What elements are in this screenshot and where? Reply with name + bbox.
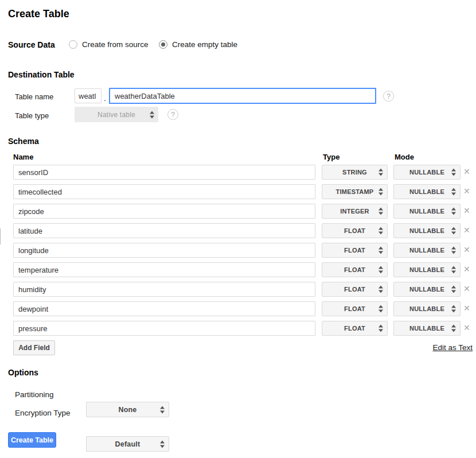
partitioning-select[interactable]: None bbox=[86, 402, 169, 417]
field-type-select[interactable]: INTEGER bbox=[322, 204, 388, 219]
remove-field-icon[interactable]: ✕ bbox=[463, 304, 470, 313]
edit-as-text-link[interactable]: Edit as Text bbox=[432, 343, 473, 352]
spinner-icon bbox=[379, 325, 383, 332]
spinner-icon bbox=[451, 227, 456, 235]
schema-field-row: FLOAT NULLABLE ✕ bbox=[0, 223, 476, 238]
encryption-type-value: Default bbox=[115, 440, 141, 448]
remove-field-icon[interactable]: ✕ bbox=[463, 284, 470, 293]
radio-icon[interactable] bbox=[69, 40, 77, 49]
table-type-help-icon[interactable]: ? bbox=[167, 109, 178, 120]
table-type-value: Native table bbox=[97, 111, 135, 119]
radio-label: Create from source bbox=[82, 40, 149, 49]
spinner-icon bbox=[451, 208, 456, 215]
field-type-value: STRING bbox=[342, 169, 367, 176]
table-name-label: Table name bbox=[15, 92, 53, 101]
field-type-select[interactable]: FLOAT bbox=[322, 243, 388, 258]
remove-field-icon[interactable]: ✕ bbox=[463, 167, 470, 176]
field-mode-select[interactable]: NULLABLE bbox=[393, 321, 461, 336]
spinner-icon bbox=[379, 247, 383, 254]
encryption-type-select[interactable]: Default bbox=[86, 436, 169, 452]
schema-field-row: FLOAT NULLABLE ✕ bbox=[0, 243, 476, 258]
field-name-input[interactable] bbox=[13, 204, 315, 219]
spinner-icon bbox=[160, 406, 165, 413]
options-heading: Options bbox=[8, 368, 38, 377]
field-type-select[interactable]: FLOAT bbox=[322, 282, 388, 297]
schema-field-row: STRING NULLABLE ✕ bbox=[0, 165, 476, 180]
field-name-input[interactable] bbox=[13, 243, 315, 258]
field-mode-select[interactable]: NULLABLE bbox=[393, 204, 461, 219]
table-name-separator: . bbox=[104, 94, 106, 103]
field-name-input[interactable] bbox=[13, 184, 315, 199]
dataset-name-input[interactable] bbox=[75, 88, 102, 103]
add-field-button[interactable]: Add Field bbox=[13, 340, 55, 355]
field-name-input[interactable] bbox=[13, 301, 315, 316]
field-type-select[interactable]: FLOAT bbox=[322, 301, 388, 316]
field-mode-value: NULLABLE bbox=[409, 266, 444, 273]
field-mode-select[interactable]: NULLABLE bbox=[393, 184, 461, 199]
field-type-value: FLOAT bbox=[344, 266, 365, 273]
field-mode-select[interactable]: NULLABLE bbox=[393, 262, 461, 277]
field-type-select[interactable]: FLOAT bbox=[322, 262, 388, 277]
field-mode-value: NULLABLE bbox=[409, 325, 444, 332]
remove-field-icon[interactable]: ✕ bbox=[463, 206, 470, 215]
field-type-value: FLOAT bbox=[344, 286, 365, 293]
column-header-type: Type bbox=[323, 153, 340, 161]
field-type-value: FLOAT bbox=[344, 247, 365, 254]
field-type-select[interactable]: TIMESTAMP bbox=[322, 184, 388, 199]
field-name-input[interactable] bbox=[13, 262, 315, 277]
radio-create-from-source[interactable]: Create from source bbox=[69, 40, 149, 49]
spinner-icon bbox=[451, 188, 456, 196]
field-name-input[interactable] bbox=[13, 321, 315, 336]
spinner-icon bbox=[379, 286, 383, 293]
field-mode-value: NULLABLE bbox=[409, 188, 444, 195]
field-name-input[interactable] bbox=[13, 165, 315, 180]
field-type-select[interactable]: FLOAT bbox=[322, 223, 388, 238]
remove-field-icon[interactable]: ✕ bbox=[463, 323, 470, 332]
destination-table-heading: Destination Table bbox=[8, 70, 75, 79]
table-type-label: Table type bbox=[15, 111, 49, 120]
create-table-button[interactable]: Create Table bbox=[8, 432, 56, 448]
spinner-icon bbox=[379, 208, 383, 215]
schema-field-row: FLOAT NULLABLE ✕ bbox=[0, 321, 476, 336]
field-mode-select[interactable]: NULLABLE bbox=[393, 243, 461, 258]
field-mode-select[interactable]: NULLABLE bbox=[393, 223, 461, 238]
field-type-value: INTEGER bbox=[340, 208, 369, 215]
field-name-input[interactable] bbox=[13, 223, 315, 238]
field-mode-select[interactable]: NULLABLE bbox=[393, 301, 461, 316]
encryption-type-label: Encryption Type bbox=[15, 409, 71, 417]
remove-field-icon[interactable]: ✕ bbox=[463, 226, 470, 235]
spinner-icon bbox=[451, 286, 456, 293]
field-type-select[interactable]: STRING bbox=[322, 165, 388, 180]
page-title: Create Table bbox=[8, 8, 69, 20]
table-name-help-icon[interactable]: ? bbox=[383, 91, 394, 102]
field-mode-select[interactable]: NULLABLE bbox=[393, 165, 461, 180]
remove-field-icon[interactable]: ✕ bbox=[463, 265, 470, 274]
column-header-name: Name bbox=[13, 153, 33, 161]
column-header-mode: Mode bbox=[395, 153, 414, 161]
radio-create-empty-table[interactable]: Create empty table bbox=[159, 40, 237, 49]
schema-field-row: TIMESTAMP NULLABLE ✕ bbox=[0, 184, 476, 199]
field-type-value: TIMESTAMP bbox=[336, 188, 374, 195]
spinner-icon bbox=[451, 266, 456, 274]
field-type-value: FLOAT bbox=[344, 325, 365, 332]
spinner-icon bbox=[379, 227, 383, 235]
table-name-input[interactable] bbox=[109, 88, 376, 104]
field-mode-select[interactable]: NULLABLE bbox=[393, 282, 461, 297]
spinner-icon bbox=[451, 169, 456, 176]
schema-heading: Schema bbox=[8, 137, 39, 146]
spinner-icon bbox=[379, 305, 383, 313]
field-mode-value: NULLABLE bbox=[409, 247, 444, 254]
spinner-icon bbox=[379, 169, 383, 176]
radio-icon[interactable] bbox=[159, 40, 167, 49]
schema-field-row: FLOAT NULLABLE ✕ bbox=[0, 301, 476, 316]
field-type-select[interactable]: FLOAT bbox=[322, 321, 388, 336]
field-name-input[interactable] bbox=[13, 282, 315, 297]
schema-field-row: FLOAT NULLABLE ✕ bbox=[0, 282, 476, 297]
remove-field-icon[interactable]: ✕ bbox=[463, 245, 470, 254]
radio-label: Create empty table bbox=[172, 40, 237, 49]
remove-field-icon[interactable]: ✕ bbox=[463, 187, 470, 196]
spinner-icon bbox=[379, 188, 383, 196]
partitioning-label: Partitioning bbox=[15, 390, 54, 399]
field-mode-value: NULLABLE bbox=[409, 208, 444, 215]
spinner-icon bbox=[451, 305, 456, 313]
